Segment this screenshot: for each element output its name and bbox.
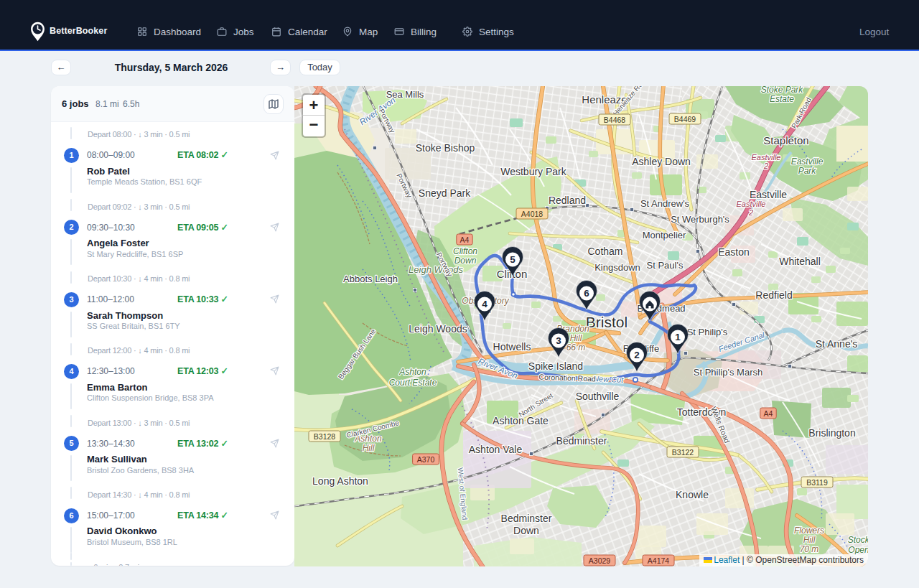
- svg-text:St Philip's Marsh: St Philip's Marsh: [694, 367, 762, 378]
- svg-text:Clifton: Clifton: [453, 246, 477, 256]
- svg-text:Leigh Woods: Leigh Woods: [409, 264, 463, 275]
- svg-text:6: 6: [584, 288, 589, 299]
- svg-text:Hill: Hill: [570, 333, 582, 343]
- svg-text:Court Estate: Court Estate: [389, 378, 437, 388]
- svg-text:Ashley Down: Ashley Down: [632, 156, 691, 167]
- svg-text:A370: A370: [417, 455, 435, 464]
- svg-text:B4468: B4468: [604, 116, 626, 124]
- svg-text:Montpelier: Montpelier: [643, 230, 686, 241]
- svg-text:A4174: A4174: [648, 556, 670, 565]
- svg-text:Abbots Leigh: Abbots Leigh: [343, 274, 398, 284]
- svg-text:Hotwells: Hotwells: [493, 341, 531, 353]
- svg-text:A4: A4: [764, 409, 773, 418]
- svg-text:Bedminster: Bedminster: [501, 513, 552, 524]
- svg-text:2: 2: [763, 162, 768, 170]
- svg-text:Eastville: Eastville: [752, 153, 781, 162]
- svg-text:Long Ashton: Long Ashton: [312, 475, 368, 487]
- svg-text:B3119: B3119: [806, 478, 828, 487]
- svg-text:2: 2: [748, 208, 753, 217]
- svg-text:5: 5: [510, 254, 516, 265]
- svg-text:Kingsdown: Kingsdown: [594, 262, 640, 273]
- svg-text:Ashton: Ashton: [398, 367, 426, 377]
- svg-text:Sneyd Park: Sneyd Park: [419, 187, 471, 199]
- svg-text:New Cut: New Cut: [593, 374, 625, 384]
- svg-text:St Andrew's: St Andrew's: [640, 198, 690, 209]
- svg-text:Bedminster: Bedminster: [556, 435, 607, 447]
- svg-text:Ashton Vale: Ashton Vale: [469, 444, 523, 455]
- svg-text:Stockwood: Stockwood: [848, 535, 868, 545]
- svg-text:Open Sp: Open Sp: [848, 545, 868, 555]
- svg-text:3: 3: [556, 335, 561, 346]
- svg-text:Hill: Hill: [803, 535, 816, 545]
- svg-text:Stapleton: Stapleton: [763, 134, 808, 146]
- svg-text:St Anne's: St Anne's: [816, 338, 858, 350]
- svg-text:St Philip's: St Philip's: [687, 327, 728, 337]
- svg-text:2: 2: [634, 350, 640, 360]
- svg-text:Flowers: Flowers: [794, 526, 824, 536]
- svg-text:A4: A4: [460, 235, 470, 244]
- svg-text:Knowle: Knowle: [676, 489, 709, 500]
- svg-text:Whitehall: Whitehall: [779, 256, 821, 267]
- svg-text:Easton: Easton: [718, 246, 750, 258]
- svg-text:Eastville: Eastville: [791, 157, 824, 167]
- svg-text:Park: Park: [798, 166, 817, 176]
- svg-text:St Werburgh's: St Werburgh's: [671, 214, 729, 225]
- svg-text:Redfield: Redfield: [755, 289, 792, 301]
- svg-text:Estate: Estate: [770, 94, 794, 104]
- svg-text:Brislington: Brislington: [808, 427, 855, 439]
- svg-text:Redland: Redland: [549, 195, 586, 206]
- svg-text:A4018: A4018: [521, 210, 544, 218]
- svg-text:Leigh Woods: Leigh Woods: [409, 323, 467, 335]
- svg-text:Eastville: Eastville: [737, 200, 766, 208]
- svg-text:Stoke Bishop: Stoke Bishop: [416, 142, 475, 154]
- svg-text:Southville: Southville: [576, 391, 620, 402]
- svg-text:Down: Down: [513, 525, 539, 536]
- svg-text:B4469: B4469: [674, 115, 696, 123]
- svg-text:Spike Island: Spike Island: [528, 360, 583, 372]
- svg-text:4: 4: [482, 299, 488, 309]
- svg-text:1: 1: [675, 332, 681, 342]
- svg-text:A3029: A3029: [589, 556, 611, 565]
- svg-text:Eastville: Eastville: [750, 189, 787, 200]
- svg-text:Hill: Hill: [363, 443, 375, 453]
- svg-text:St Paul's: St Paul's: [647, 260, 684, 271]
- svg-text:70 m: 70 m: [800, 544, 819, 554]
- svg-text:Westbury Park: Westbury Park: [500, 166, 567, 177]
- svg-text:Cotham: Cotham: [587, 246, 622, 257]
- svg-text:B3122: B3122: [672, 448, 694, 457]
- svg-text:B3128: B3128: [314, 432, 336, 441]
- svg-text:Bristol: Bristol: [586, 314, 628, 330]
- svg-text:66 m: 66 m: [566, 342, 586, 353]
